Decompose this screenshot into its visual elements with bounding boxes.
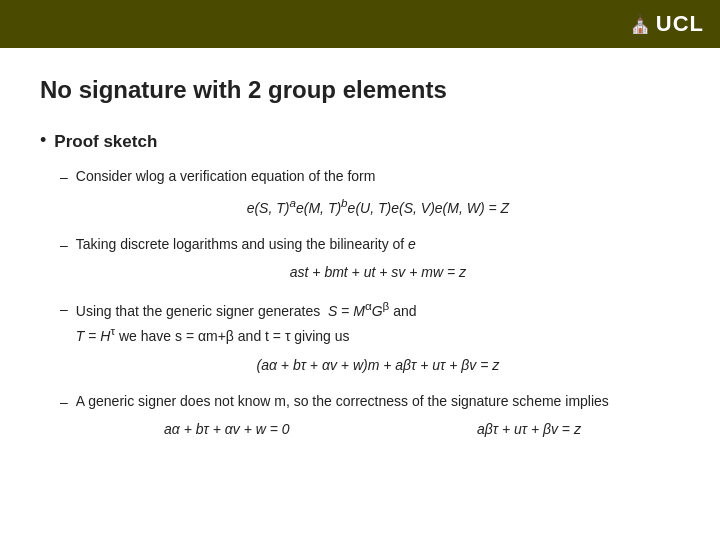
logo-icon: ⛪ [629, 13, 652, 35]
sub-item-2: – Taking discrete logarithms and using t… [60, 233, 680, 290]
top-banner: ⛪ UCL [0, 0, 720, 48]
math-2: ast + bmt + ut + sv + mw = z [76, 261, 680, 283]
proof-sketch-bullet: • Proof sketch [40, 128, 680, 155]
sub-item-1-text: Consider wlog a verification equation of… [76, 165, 680, 224]
bottom-equations: aα + bτ + αv + w = 0 aβτ + uτ + βv = z [76, 418, 680, 440]
sub-item-2-label: Taking discrete logarithms and using the… [76, 236, 416, 252]
dash-1: – [60, 166, 68, 188]
sub-item-3-label-2: T = Hτ we have s = αm+β and t = τ giving… [76, 328, 350, 344]
proof-sketch-label: Proof sketch [54, 128, 157, 155]
dash-2: – [60, 234, 68, 256]
dash-3: – [60, 298, 68, 320]
page-title: No signature with 2 group elements [40, 76, 680, 104]
sub-item-4-label: A generic signer does not know m, so the… [76, 393, 609, 409]
sub-item-4-text: A generic signer does not know m, so the… [76, 390, 680, 445]
dash-4: – [60, 391, 68, 413]
eq-left: aα + bτ + αv + w = 0 [76, 418, 378, 440]
math-1: e(S, T)ae(M, T)be(U, T)e(S, V)e(M, W) = … [76, 194, 680, 219]
sub-items: – Consider wlog a verification equation … [60, 165, 680, 444]
sub-item-1: – Consider wlog a verification equation … [60, 165, 680, 224]
bullet-dot: • [40, 126, 46, 155]
content-body: • Proof sketch – Consider wlog a verific… [40, 128, 680, 445]
main-content: No signature with 2 group elements • Pro… [0, 48, 720, 473]
math-3: (aα + bτ + αv + w)m + aβτ + uτ + βv = z [76, 354, 680, 376]
sub-item-3-label: Using that the generic signer generates … [76, 303, 417, 319]
eq-right: aβτ + uτ + βv = z [378, 418, 680, 440]
sub-item-3: – Using that the generic signer generate… [60, 297, 680, 381]
ucl-logo: ⛪ UCL [629, 11, 704, 37]
sub-item-4: – A generic signer does not know m, so t… [60, 390, 680, 445]
logo-text: UCL [656, 11, 704, 37]
sub-item-1-label: Consider wlog a verification equation of… [76, 168, 376, 184]
sub-item-2-text: Taking discrete logarithms and using the… [76, 233, 680, 290]
sub-item-3-text: Using that the generic signer generates … [76, 297, 680, 381]
